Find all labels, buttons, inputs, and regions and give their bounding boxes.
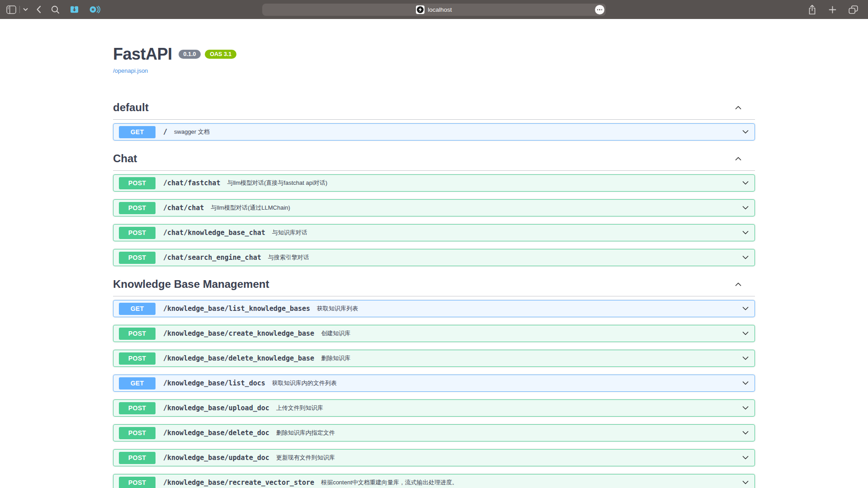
http-method-badge: POST: [119, 177, 156, 189]
section-header[interactable]: Chat: [113, 152, 755, 171]
toolbar-left-group: [6, 0, 100, 19]
new-tab-icon[interactable]: [829, 6, 836, 14]
http-method-badge: POST: [119, 477, 156, 488]
http-method-badge: POST: [119, 352, 156, 365]
openapi-json-link[interactable]: /openapi.json: [113, 67, 148, 74]
version-badge: 0.1.0: [179, 50, 201, 59]
expand-endpoint-chevron-icon[interactable]: [741, 354, 750, 363]
section-title: Chat: [113, 152, 137, 165]
endpoint-description: 与搜索引擎对话: [268, 253, 309, 262]
endpoint-row[interactable]: POST /chat/search_engine_chat 与搜索引擎对话: [113, 249, 755, 266]
api-section: default GET / swagger 文档: [113, 101, 755, 141]
endpoint-row[interactable]: POST /knowledge_base/delete_knowledge_ba…: [113, 350, 755, 367]
swagger-page: FastAPI 0.1.0 OAS 3.1 /openapi.json defa…: [0, 19, 868, 488]
endpoint-row[interactable]: POST /knowledge_base/delete_doc 删除知识库内指定…: [113, 424, 755, 441]
tab-overview-icon[interactable]: [849, 5, 858, 14]
endpoint-path: /chat/knowledge_base_chat: [163, 229, 265, 237]
oas-badge: OAS 3.1: [205, 50, 236, 59]
expand-endpoint-chevron-icon[interactable]: [741, 453, 750, 462]
http-method-badge: GET: [119, 303, 156, 315]
section-operations: POST /chat/fastchat 与llm模型对话(直接与fastchat…: [113, 174, 755, 266]
collapse-section-chevron-icon[interactable]: [734, 154, 743, 163]
expand-endpoint-chevron-icon[interactable]: [741, 329, 750, 338]
http-method-badge: POST: [119, 402, 156, 414]
endpoint-description: 上传文件到知识库: [276, 404, 323, 412]
endpoint-path: /knowledge_base/delete_knowledge_base: [163, 354, 314, 362]
url-bar[interactable]: localhost: [262, 4, 606, 16]
endpoint-path: /knowledge_base/update_doc: [163, 454, 269, 462]
section-operations: GET / swagger 文档: [113, 123, 755, 141]
endpoint-description: 与llm模型对话(通过LLMChain): [211, 204, 290, 212]
toolbar-right-group: [808, 0, 858, 19]
endpoint-description: 创建知识库: [321, 329, 350, 338]
http-method-badge: POST: [119, 202, 156, 214]
page-title: FastAPI: [113, 45, 172, 64]
http-method-badge: GET: [119, 377, 156, 389]
endpoint-row[interactable]: POST /knowledge_base/create_knowledge_ba…: [113, 325, 755, 342]
api-section: Knowledge Base Management GET /knowledge…: [113, 278, 755, 488]
section-operations: GET /knowledge_base/list_knowledge_bases…: [113, 300, 755, 488]
endpoint-row[interactable]: POST /knowledge_base/update_doc 更新现有文件到知…: [113, 449, 755, 466]
endpoint-description: 删除知识库内指定文件: [276, 429, 335, 437]
endpoint-path: /knowledge_base/recreate_vector_store: [163, 479, 314, 487]
endpoint-path: /knowledge_base/upload_doc: [163, 404, 269, 412]
expand-endpoint-chevron-icon[interactable]: [741, 127, 750, 136]
endpoint-description: 获取知识库列表: [317, 305, 358, 313]
endpoint-description: 删除知识库: [321, 354, 350, 362]
endpoint-row[interactable]: POST /knowledge_base/upload_doc 上传文件到知识库: [113, 399, 755, 417]
endpoint-path: /knowledge_base/delete_doc: [163, 429, 269, 437]
share-icon[interactable]: [808, 5, 816, 15]
http-method-badge: POST: [119, 252, 156, 264]
http-method-badge: POST: [119, 328, 156, 340]
collapse-section-chevron-icon[interactable]: [734, 103, 743, 112]
expand-endpoint-chevron-icon[interactable]: [741, 304, 750, 313]
endpoint-row[interactable]: POST /chat/knowledge_base_chat 与知识库对话: [113, 224, 755, 241]
endpoint-row[interactable]: POST /chat/chat 与llm模型对话(通过LLMChain): [113, 199, 755, 216]
expand-endpoint-chevron-icon[interactable]: [741, 253, 750, 262]
section-header[interactable]: Knowledge Base Management: [113, 278, 755, 296]
collapse-section-chevron-icon[interactable]: [734, 280, 743, 289]
search-icon[interactable]: [51, 5, 60, 14]
back-icon[interactable]: [36, 5, 41, 14]
toolbar-separator: [19, 6, 20, 13]
endpoint-row[interactable]: GET / swagger 文档: [113, 123, 755, 141]
endpoint-row[interactable]: POST /knowledge_base/recreate_vector_sto…: [113, 474, 755, 488]
api-info: FastAPI 0.1.0 OAS 3.1 /openapi.json: [113, 19, 755, 75]
shield-extension-icon[interactable]: [70, 5, 79, 14]
endpoint-path: /chat/search_engine_chat: [163, 253, 261, 262]
http-method-badge: POST: [119, 427, 156, 439]
endpoint-row[interactable]: GET /knowledge_base/list_knowledge_bases…: [113, 300, 755, 317]
endpoint-path: /knowledge_base/list_docs: [163, 379, 265, 387]
endpoint-path: /chat/chat: [163, 204, 204, 212]
expand-endpoint-chevron-icon[interactable]: [741, 203, 750, 212]
section-header[interactable]: default: [113, 101, 755, 120]
browser-toolbar: localhost: [0, 0, 868, 19]
expand-endpoint-chevron-icon[interactable]: [741, 228, 750, 237]
endpoint-row[interactable]: GET /knowledge_base/list_docs 获取知识库内的文件列…: [113, 375, 755, 392]
expand-endpoint-chevron-icon[interactable]: [741, 178, 750, 188]
url-text: localhost: [428, 6, 452, 13]
sections-container: default GET / swagger 文档 Chat: [113, 101, 755, 488]
focus-circles-extension-icon[interactable]: [89, 5, 100, 14]
endpoint-path: /knowledge_base/list_knowledge_bases: [163, 305, 310, 313]
endpoint-description: 与llm模型对话(直接与fastchat api对话): [227, 179, 327, 187]
endpoint-path: /knowledge_base/create_knowledge_base: [163, 329, 314, 338]
endpoint-description: 与知识库对话: [272, 229, 307, 237]
section-title: Knowledge Base Management: [113, 278, 269, 291]
endpoint-path: /: [163, 128, 167, 136]
sidebar-icon[interactable]: [6, 5, 16, 14]
api-section: Chat POST /chat/fastchat 与llm模型对话(直接与fas…: [113, 152, 755, 266]
http-method-badge: GET: [119, 126, 156, 138]
expand-endpoint-chevron-icon[interactable]: [741, 404, 750, 413]
chevron-down-icon[interactable]: [23, 8, 28, 11]
expand-endpoint-chevron-icon[interactable]: [741, 379, 750, 388]
extensions-more-icon[interactable]: [595, 5, 604, 14]
http-method-badge: POST: [119, 452, 156, 464]
endpoint-row[interactable]: POST /chat/fastchat 与llm模型对话(直接与fastchat…: [113, 174, 755, 192]
http-method-badge: POST: [119, 227, 156, 239]
expand-endpoint-chevron-icon[interactable]: [741, 478, 750, 487]
endpoint-description: 根据content中文档重建向量库，流式输出处理进度。: [321, 479, 458, 487]
endpoint-path: /chat/fastchat: [163, 179, 220, 187]
section-title: default: [113, 101, 149, 114]
expand-endpoint-chevron-icon[interactable]: [741, 428, 750, 437]
